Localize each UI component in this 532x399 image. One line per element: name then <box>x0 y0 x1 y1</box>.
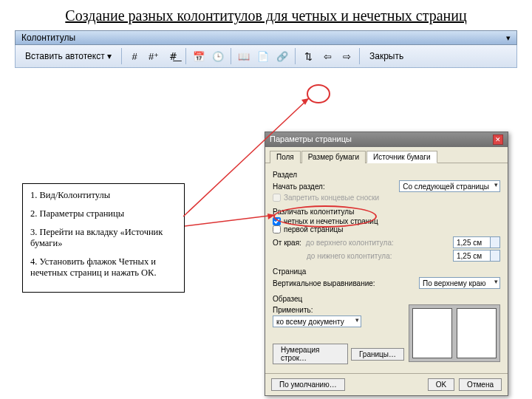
suppress-endnotes-label: Запретить концевые сноски <box>284 194 379 202</box>
to-header-label: до верхнего колонтитула: <box>306 239 394 247</box>
headerfooter-toolbar: Колонтитулы ▾ Вставить автотекст ▾ # #⁺ … <box>15 30 517 68</box>
cancel-button[interactable]: Отмена <box>459 378 502 391</box>
toolbar-menu-icon[interactable]: ▾ <box>506 33 511 43</box>
header-distance-spinner[interactable]: 1,25 см <box>453 236 500 248</box>
section-start-label: Начать раздел: <box>273 183 325 191</box>
preview-page-right <box>457 308 497 358</box>
show-hide-doc-icon[interactable]: 📄 <box>255 48 271 64</box>
first-page-label: первой страницы <box>284 225 343 233</box>
preview-box <box>409 304 500 362</box>
show-next-icon[interactable]: ⇨ <box>338 48 355 64</box>
valign-select[interactable]: По верхнему краю <box>419 277 500 289</box>
toolbar-sep <box>185 48 186 64</box>
preview-group-label: Образец <box>273 295 500 303</box>
steps-panel: 1. Вид/Колонтитулы 2. Параметры страницы… <box>22 183 185 293</box>
borders-button[interactable]: Границы… <box>351 348 404 361</box>
show-previous-icon[interactable]: ⇦ <box>319 48 335 64</box>
same-as-previous-icon[interactable]: 🔗 <box>274 48 290 64</box>
default-button[interactable]: По умолчанию… <box>271 378 345 391</box>
toolbar-sep <box>359 48 360 64</box>
svg-marker-1 <box>301 98 309 105</box>
close-icon[interactable]: ✕ <box>493 134 503 145</box>
first-page-checkbox[interactable] <box>273 225 281 233</box>
close-headerfooter-button[interactable]: Закрыть <box>364 48 409 64</box>
insert-autotext-button[interactable]: Вставить автотекст ▾ <box>20 48 117 64</box>
headers-group-label: Различать колонтитулы <box>273 208 500 216</box>
slide-title: Создание разных колонтитулов для четных … <box>30 7 502 24</box>
page-setup-icon[interactable]: 📖 <box>236 48 252 64</box>
toolbar-sep <box>121 48 122 64</box>
svg-line-2 <box>185 215 275 226</box>
toolbar-sep <box>295 48 296 64</box>
page-setup-dialog: Параметры страницы ✕ Поля Размер бумаги … <box>265 132 508 396</box>
pagecount-icon[interactable]: #⁺ <box>146 48 162 64</box>
insert-autotext-label: Вставить автотекст <box>25 51 105 61</box>
dialog-title-text: Параметры страницы <box>270 134 352 145</box>
suppress-endnotes-checkbox <box>273 194 281 202</box>
to-footer-label: до нижнего колонтитула: <box>307 252 392 260</box>
switch-header-footer-icon[interactable]: ⇅ <box>300 48 316 64</box>
step-4: 4. Установить флажок Четных и нечетных с… <box>30 256 177 279</box>
toolbar-titlebar: Колонтитулы ▾ <box>15 30 517 45</box>
from-edge-label: От края: <box>273 239 301 247</box>
footer-distance-spinner[interactable]: 1,25 см <box>453 250 500 262</box>
preview-page-left <box>412 308 452 358</box>
toolbar-title-text: Колонтитулы <box>21 33 75 43</box>
time-icon[interactable]: 🕒 <box>210 48 226 64</box>
step-1: 1. Вид/Колонтитулы <box>30 190 177 201</box>
apply-to-select[interactable]: ко всему документу <box>273 316 361 327</box>
pagenumber-icon[interactable]: # <box>126 48 143 64</box>
tab-paper[interactable]: Размер бумаги <box>301 151 366 163</box>
dialog-titlebar[interactable]: Параметры страницы ✕ <box>265 132 508 147</box>
step-2: 2. Параметры страницы <box>30 208 177 219</box>
tab-margins[interactable]: Поля <box>270 151 301 163</box>
callout-circle-pagesetup <box>307 84 330 103</box>
section-group-label: Раздел <box>273 171 500 179</box>
dialog-tabs: Поля Размер бумаги Источник бумаги <box>265 147 508 163</box>
section-start-select[interactable]: Со следующей страницы <box>399 180 500 192</box>
format-pagenumber-icon[interactable]: #͟ <box>165 48 181 64</box>
valign-label: Вертикальное выравнивание: <box>273 279 375 287</box>
toolbar-sep <box>231 48 231 64</box>
page-group-label: Страница <box>273 267 500 276</box>
apply-label: Применить: <box>273 306 313 314</box>
date-icon[interactable]: 📅 <box>191 48 207 64</box>
oddeven-checkbox[interactable] <box>273 217 281 225</box>
oddeven-label: четных и нечетных страниц <box>284 217 378 225</box>
line-numbers-button[interactable]: Нумерация строк… <box>273 344 348 364</box>
tab-layout[interactable]: Источник бумаги <box>366 151 437 163</box>
step-3: 3. Перейти на вкладку «Источник бумаги» <box>30 227 177 249</box>
ok-button[interactable]: OK <box>428 378 454 391</box>
